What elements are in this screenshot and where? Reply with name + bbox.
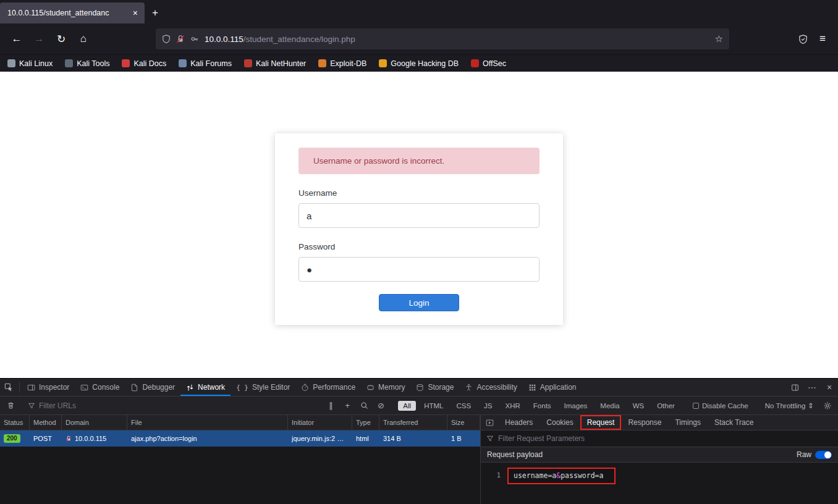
filter-chip-ws[interactable]: WS [628,401,650,411]
filter-chip-css[interactable]: CSS [451,401,476,411]
storage-icon [416,384,424,392]
request-transferred-cell: 314 B [379,430,447,447]
bookmark-offsec[interactable]: OffSec [471,59,506,68]
filter-chip-html[interactable]: HTML [419,401,448,411]
throttling-label: No Throttling [765,402,806,410]
filter-urls-input[interactable] [39,401,321,410]
request-type-cell: html [352,430,379,447]
url-domain: 10.0.0.115 [205,35,243,44]
bookmark-kali-nethunter[interactable]: Kali NetHunter [244,59,306,68]
error-alert-text: Username or password is incorrect. [313,156,444,166]
devtools-tab-inspector[interactable]: Inspector [22,379,75,396]
raw-toggle-switch[interactable] [815,451,832,459]
disable-cache-checkbox[interactable] [693,403,699,409]
column-header-initiator[interactable]: Initiator [288,415,352,430]
detail-tab-request[interactable]: Request [580,415,622,430]
bookmark-kali-linux[interactable]: Kali Linux [7,59,53,68]
pause-recording-icon[interactable]: ∥ [324,401,337,410]
kali-docs-favicon [122,59,130,67]
detail-tab-timings[interactable]: Timings [668,415,708,430]
tracking-protection-shield-icon[interactable] [162,35,171,43]
pick-element-icon[interactable] [0,379,17,396]
request-row[interactable]: 200 POST 10.0.0.115 ajax.php?action=logi… [0,430,480,447]
filter-chip-images[interactable]: Images [559,401,593,411]
new-tab-button[interactable]: + [145,2,166,23]
url-path: /student_attendance/login.php [243,35,355,44]
request-params-filter-input[interactable] [498,434,832,443]
column-header-method[interactable]: Method [30,415,62,430]
bookmark-label: Google Hacking DB [391,59,459,68]
filter-chip-js[interactable]: JS [479,401,497,411]
detail-tab-stack-trace[interactable]: Stack Trace [708,415,760,430]
filter-chip-xhr[interactable]: XHR [501,401,525,411]
password-field[interactable] [298,257,540,282]
detail-tab-response[interactable]: Response [621,415,668,430]
bookmark-google-hacking-db[interactable]: Google Hacking DB [379,59,459,68]
disable-cache-control[interactable]: Disable Cache [690,402,751,410]
payload-text: username=a&password=a [507,468,616,484]
raw-toggle-wrap: Raw [797,450,832,459]
url-bar[interactable]: 10.0.0.115/student_attendance/login.php … [156,28,729,49]
url-text: 10.0.0.115/student_attendance/login.php [205,35,709,44]
tab-title: 10.0.0.115/student_attendanc [7,9,126,17]
tab-close-button[interactable]: × [130,8,141,18]
devtools-tab-memory[interactable]: Memory [361,379,410,396]
devtools-tab-network[interactable]: Network [180,379,231,396]
protections-badge-icon[interactable] [794,30,812,48]
column-header-file[interactable]: File [127,415,288,430]
insecure-lock-icon[interactable] [176,35,185,43]
reload-button[interactable]: ↻ [51,29,72,49]
devtools-tab-application[interactable]: Application [523,379,582,396]
accessibility-icon [465,384,473,392]
devtools-panel: Inspector Console Debugger Network { } S… [0,378,838,504]
username-field[interactable] [298,203,540,228]
devtools-tab-debugger[interactable]: Debugger [125,379,180,396]
filter-chip-other[interactable]: Other [652,401,680,411]
detail-tab-cookies[interactable]: Cookies [540,415,580,430]
forward-button[interactable]: → [28,29,49,49]
disable-cache-label: Disable Cache [702,402,748,410]
dock-options-icon[interactable] [786,379,803,396]
payload-code-area: 1 username=a&password=a [481,463,838,504]
exploit-db-favicon [318,59,326,67]
block-requests-icon[interactable]: ⊘ [374,401,387,410]
bookmark-exploit-db[interactable]: Exploit-DB [318,59,366,68]
devtools-more-menu-icon[interactable]: ⋯ [803,379,821,396]
clear-requests-trash-icon[interactable] [4,401,17,410]
detail-expand-icon[interactable] [481,419,498,427]
devtools-tab-console[interactable]: Console [75,379,125,396]
inspector-icon [27,384,35,392]
filter-chip-fonts[interactable]: Fonts [528,401,556,411]
bookmark-kali-forums[interactable]: Kali Forums [179,59,232,68]
devtools-tab-style-editor[interactable]: { } Style Editor [231,379,295,396]
login-button[interactable]: Login [379,294,459,311]
bookmark-kali-tools[interactable]: Kali Tools [65,59,109,68]
column-header-type[interactable]: Type [352,415,379,430]
back-button[interactable]: ← [6,29,27,49]
filter-chip-media[interactable]: Media [595,401,624,411]
column-header-transferred[interactable]: Transferred [379,415,447,430]
detail-tab-headers[interactable]: Headers [498,415,540,430]
devtools-tab-storage[interactable]: Storage [410,379,459,396]
bookmark-kali-docs[interactable]: Kali Docs [122,59,166,68]
saved-login-key-icon[interactable] [190,35,199,43]
devtools-close-icon[interactable]: × [821,379,838,396]
devtools-tab-performance[interactable]: Performance [295,379,361,396]
browser-tab[interactable]: 10.0.0.115/student_attendanc × [0,2,145,23]
home-button[interactable]: ⌂ [73,29,94,49]
throttling-select[interactable]: No Throttling ⇕ [761,401,818,410]
hamburger-menu-icon[interactable]: ≡ [813,30,832,48]
devtools-tab-accessibility[interactable]: Accessibility [459,379,522,396]
column-header-domain[interactable]: Domain [62,415,127,430]
new-request-plus-icon[interactable]: + [341,401,354,410]
network-settings-gear-icon[interactable] [821,401,834,410]
filter-chip-all[interactable]: All [398,401,416,411]
bookmark-label: Kali Forums [190,59,232,68]
request-details-pane: Headers Cookies Request Response Timings… [481,415,838,504]
bookmark-star-icon[interactable]: ☆ [715,33,723,44]
column-header-status[interactable]: Status [0,415,30,430]
column-header-size[interactable]: Size [447,415,480,430]
google-hacking-db-favicon [379,59,387,67]
tab-label: Console [92,383,119,392]
search-icon[interactable] [357,401,371,410]
